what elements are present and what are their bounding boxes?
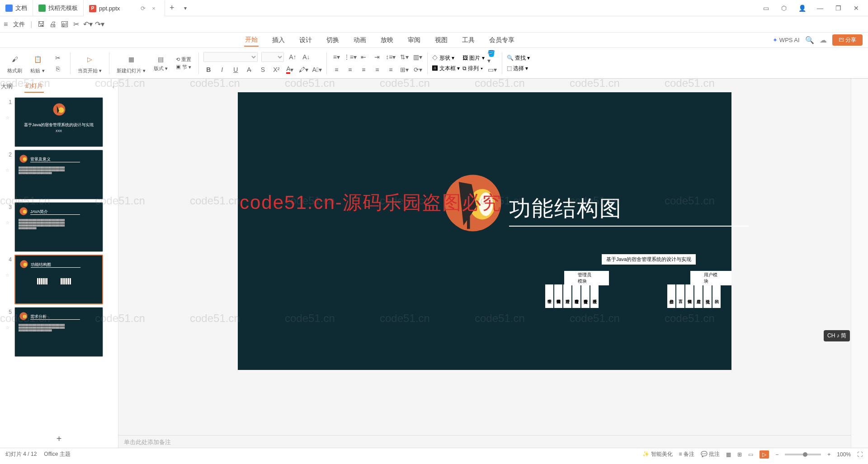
ribbon-tab-review[interactable]: 审阅 (407, 34, 421, 46)
slideshow-view-icon[interactable]: ▷ (760, 450, 769, 459)
underline-icon[interactable]: U (231, 65, 241, 75)
org-leaf[interactable]: 失物招领管理 (554, 284, 562, 308)
bullets-icon[interactable]: ≡▾ (331, 52, 341, 62)
line-spacing-icon[interactable]: ↕≡▾ (386, 52, 396, 62)
increase-font-icon[interactable]: A↑ (288, 52, 297, 62)
org-leaf[interactable]: 失物招领 (685, 284, 693, 308)
org-leaf[interactable]: 对应管理 (563, 284, 571, 308)
columns-icon[interactable]: ▥▾ (413, 52, 423, 62)
font-family-select[interactable] (203, 52, 258, 62)
star-icon[interactable]: ☆ (5, 263, 12, 278)
shape-button[interactable]: ◇ 形状 ▾ (432, 54, 454, 62)
win-user-icon[interactable]: 👤 (794, 1, 810, 15)
strikethrough-icon[interactable]: S (258, 65, 268, 75)
org-leaf[interactable]: 学生管理 (545, 284, 553, 308)
org-leaf[interactable]: 宿舍信息管理 (572, 284, 580, 308)
ribbon-tab-transition[interactable]: 切换 (326, 34, 340, 46)
star-icon[interactable]: ☆ (5, 158, 12, 173)
bold-icon[interactable]: B (203, 65, 213, 75)
tab-ppt[interactable]: P ppt.pptx ⟳ × (84, 0, 165, 16)
new-slide-button[interactable]: ▦新建幻灯片 ▾ (114, 52, 148, 74)
layout-button[interactable]: ▤版式 ▾ (151, 54, 170, 72)
vertical-align-icon[interactable]: ⊞▾ (399, 65, 409, 75)
reset-button[interactable]: ⟲ 重置 (176, 56, 191, 63)
clear-format-icon[interactable]: A⃠▾ (312, 65, 322, 75)
ribbon-tab-view[interactable]: 视图 (434, 34, 448, 46)
undo-icon[interactable]: ↶▾ (84, 20, 92, 28)
add-slide-button[interactable]: + (0, 430, 118, 448)
beautify-button[interactable]: ✨ 智能美化 (642, 450, 672, 458)
select-button[interactable]: ⬚ 选择 ▾ (507, 65, 528, 72)
rotate-text-icon[interactable]: ⟳▾ (413, 65, 423, 75)
fill-color-icon[interactable]: 🪣▾ (487, 52, 497, 62)
decrease-font-icon[interactable]: A↓ (301, 52, 311, 62)
print-icon[interactable]: 🖨 (49, 20, 57, 28)
org-leaf[interactable]: 对应信息 (694, 284, 703, 308)
new-tab-button[interactable]: + (165, 3, 179, 13)
file-menu[interactable]: 文件 (9, 19, 28, 30)
italic-icon[interactable]: I (217, 65, 227, 75)
collapse-panel-icon[interactable]: ‹ (113, 83, 114, 90)
tab-menu-button[interactable]: ▾ (179, 5, 192, 11)
hamburger-icon[interactable]: ≡ (4, 20, 8, 28)
reading-view-icon[interactable]: ▭ (748, 451, 753, 458)
strike-icon[interactable]: A̶ (244, 65, 254, 75)
textbox-button[interactable]: 🅰 文本框 ▾ (432, 65, 460, 72)
start-from-current-button[interactable]: ▷当页开始 ▾ (75, 52, 104, 74)
line-color-icon[interactable]: ▭▾ (487, 65, 497, 75)
section-button[interactable]: ▣ 节 ▾ (176, 64, 191, 71)
org-leaf[interactable]: 交流论坛 (703, 284, 712, 308)
org-leaf[interactable]: 我的 (712, 284, 721, 308)
ribbon-tab-animation[interactable]: 动画 (353, 34, 367, 46)
sorter-view-icon[interactable]: ⊞ (737, 451, 742, 458)
indent-dec-icon[interactable]: ⇤ (359, 52, 368, 62)
numbering-icon[interactable]: ⋮≡▾ (345, 52, 355, 62)
star-icon[interactable]: ☆ (5, 105, 12, 120)
org-leaf[interactable]: 首页 (676, 284, 684, 308)
align-left-icon[interactable]: ≡ (331, 65, 341, 75)
maximize-button[interactable]: ❐ (830, 1, 846, 15)
font-size-select[interactable] (261, 52, 284, 62)
comments-toggle[interactable]: 💬 批注 (701, 450, 720, 458)
font-color-icon[interactable]: A▾ (285, 65, 295, 75)
minimize-button[interactable]: — (812, 1, 828, 15)
normal-view-icon[interactable]: ▦ (726, 451, 731, 458)
slide-thumbnail-4[interactable]: 功能结构图 (14, 255, 103, 304)
outline-tab[interactable]: 大纲 (0, 80, 14, 92)
org-mid-box[interactable]: 用户模块 (690, 271, 731, 285)
ribbon-tab-vip[interactable]: 会员专享 (488, 34, 515, 46)
wps-ai-button[interactable]: ✦WPS AI (773, 37, 800, 43)
star-icon[interactable]: ☆ (5, 315, 12, 330)
superscript-icon[interactable]: X² (271, 65, 281, 75)
indent-inc-icon[interactable]: ⇥ (372, 52, 382, 62)
ribbon-tab-start[interactable]: 开始 (244, 34, 259, 47)
star-icon[interactable]: ☆ (5, 210, 12, 225)
slide-thumbnail-3[interactable]: JAVA简介 █████████████████████████████████… (14, 202, 103, 252)
org-leaf[interactable]: 维护信息 (667, 284, 675, 308)
org-leaf[interactable]: 宿舍交换管理 (581, 284, 590, 308)
copy-icon[interactable]: ⎘ (53, 64, 63, 74)
cloud-icon[interactable]: ☁ (820, 36, 827, 44)
find-button[interactable]: 🔍 查找 ▾ (507, 54, 530, 62)
share-button[interactable]: ⮹ 分享 (832, 34, 863, 46)
org-root-box[interactable]: 基于Java的宿舍管理系统的设计与实现 (602, 254, 696, 265)
zoom-slider[interactable] (785, 454, 821, 455)
redo-icon[interactable]: ↷▾ (96, 20, 104, 28)
zoom-in-button[interactable]: + (827, 451, 830, 458)
text-direction-icon[interactable]: ⇅▾ (399, 52, 409, 62)
search-icon[interactable]: 🔍 (805, 36, 814, 44)
picture-button[interactable]: 🖼 图片 ▾ (462, 54, 485, 62)
slide-thumbnail-1[interactable]: 基于Java的宿舍管理系统的设计与实现 XXX (14, 97, 103, 147)
org-leaf[interactable]: 系统管理 (590, 284, 599, 308)
highlight-icon[interactable]: 🖍▾ (298, 65, 308, 75)
notes-toggle[interactable]: ≡ 备注 (679, 450, 694, 458)
distribute-icon[interactable]: ≡ (386, 65, 396, 75)
cut-icon[interactable]: ✂ (53, 53, 63, 63)
fit-window-icon[interactable]: ⛶ (857, 451, 863, 458)
ribbon-tab-insert[interactable]: 插入 (271, 34, 286, 46)
slides-tab[interactable]: 幻灯片 (24, 80, 44, 93)
slide-thumbnail-2[interactable]: 背景及意义 ██████████████████████████████████… (14, 150, 103, 199)
slide-title[interactable]: 功能结构图 (509, 194, 622, 223)
tab-search-templates[interactable]: 找稻壳模板 (33, 0, 84, 16)
win-layout-icon[interactable]: ▭ (758, 1, 774, 15)
